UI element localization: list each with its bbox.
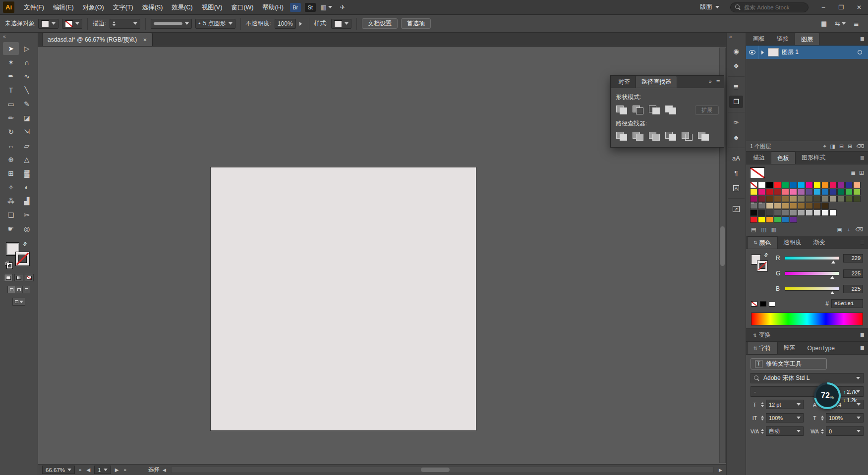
new-color-group-icon[interactable]: ▣	[837, 226, 842, 233]
new-swatch-icon[interactable]: +	[847, 227, 850, 233]
document-tab[interactable]: asdasd.ai* @ 66.67% (RGB/预览) ✕	[42, 33, 153, 46]
panel-menu-icon[interactable]: ≣	[860, 36, 865, 42]
g-slider-track[interactable]	[785, 271, 839, 275]
tab-stroke[interactable]: 描边	[747, 152, 771, 164]
hex-value-field[interactable]: e5e1e1	[831, 299, 863, 308]
divide-icon[interactable]	[616, 131, 628, 141]
color-swatch[interactable]	[790, 216, 797, 223]
swatch-libraries-icon[interactable]: ▤	[751, 226, 756, 233]
color-swatch[interactable]	[798, 182, 805, 188]
clipping-mask-icon[interactable]: ◨	[830, 143, 835, 150]
color-swatch[interactable]	[774, 216, 781, 223]
color-swatch[interactable]	[782, 210, 789, 216]
red-value-field[interactable]: 229	[843, 254, 863, 263]
crop-icon[interactable]	[665, 131, 677, 141]
swatch-kinds-icon[interactable]: ▥	[771, 226, 776, 233]
color-swatch[interactable]	[806, 203, 813, 209]
tab-links[interactable]: 链接	[771, 33, 795, 45]
workspace-grid-icon[interactable]: ▦	[321, 3, 332, 11]
color-swatch[interactable]	[766, 189, 773, 195]
color-swatch[interactable]	[774, 182, 781, 188]
color-swatch[interactable]	[766, 216, 773, 223]
unite-icon[interactable]	[616, 105, 628, 115]
trim-icon[interactable]	[632, 131, 644, 141]
color-swatch[interactable]	[798, 203, 805, 209]
selection-tool[interactable]: ➤	[3, 42, 19, 55]
slice-tool[interactable]: ✂	[19, 209, 35, 221]
export-panel-icon[interactable]: ↗	[729, 203, 743, 215]
color-swatch[interactable]	[806, 196, 813, 202]
stepper-arrows[interactable]	[113, 20, 116, 28]
stock-search[interactable]	[730, 2, 809, 12]
tracking-field[interactable]: 0	[826, 426, 864, 436]
stroke-color-dropdown[interactable]	[62, 19, 82, 29]
scale-tool[interactable]: ⇲	[19, 125, 35, 138]
intersect-icon[interactable]	[648, 105, 660, 115]
font-size-stepper[interactable]	[761, 401, 764, 409]
blend-tool[interactable]: ◐	[19, 181, 35, 194]
white-mini-swatch[interactable]	[769, 301, 775, 307]
type-tool[interactable]: T	[3, 84, 19, 97]
color-swatch[interactable]	[782, 189, 789, 195]
outline-icon[interactable]	[681, 131, 693, 141]
rectangle-tool[interactable]: ▭	[3, 98, 19, 110]
tab-character[interactable]: ⇅字符	[747, 342, 778, 354]
blue-slider-knob[interactable]	[830, 291, 834, 294]
magic-wand-tool[interactable]: ✶	[3, 56, 19, 69]
rotate-tool[interactable]: ↻	[3, 125, 19, 138]
color-swatch[interactable]	[790, 203, 797, 209]
brushes-panel-icon[interactable]: ✑	[729, 116, 743, 129]
green-value-field[interactable]: 225	[843, 269, 863, 278]
tab-opentype[interactable]: OpenType	[802, 342, 841, 354]
black-mini-swatch[interactable]	[760, 301, 766, 307]
artboard-tool[interactable]: ❏	[3, 209, 19, 221]
bridge-icon[interactable]: Br	[290, 3, 301, 12]
artboard-number-dropdown[interactable]: 1	[94, 466, 111, 474]
minus-back-icon[interactable]	[697, 131, 709, 141]
delete-layer-icon[interactable]: ⌫	[856, 143, 864, 150]
opacity-field[interactable]: 100%	[275, 19, 296, 29]
expand-layer-icon[interactable]	[759, 51, 768, 54]
color-swatch[interactable]	[829, 196, 837, 202]
color-swatch[interactable]	[750, 216, 757, 223]
tab-swatches[interactable]: 色板	[771, 152, 796, 164]
color-swatch[interactable]	[782, 182, 789, 188]
r-slider-track[interactable]	[785, 256, 839, 260]
menu-item[interactable]: 视图(V)	[197, 0, 227, 15]
tracking-stepper[interactable]	[821, 427, 824, 435]
color-swatch[interactable]	[845, 182, 853, 188]
draw-inside-button[interactable]	[23, 286, 30, 293]
gradient-tool[interactable]: ▓	[19, 167, 35, 180]
document-setup-button[interactable]: 文档设置	[362, 18, 398, 29]
tab-transparency[interactable]: 透明度	[778, 236, 808, 249]
previous-artboard-button[interactable]: ◀	[86, 467, 92, 473]
font-family-dropdown[interactable]: Adobe 宋体 Std L	[751, 373, 864, 383]
color-swatch[interactable]	[806, 210, 813, 216]
vertical-scale-stepper[interactable]	[761, 414, 764, 422]
color-swatch[interactable]	[845, 189, 853, 195]
search-input[interactable]	[744, 4, 799, 10]
color-swatch[interactable]	[829, 189, 837, 195]
tab-paragraph[interactable]: 段落	[778, 342, 802, 354]
none-swatch[interactable]	[750, 182, 757, 188]
collapse-panel-icon[interactable]: »	[709, 79, 712, 84]
layer-target-icon[interactable]	[858, 50, 862, 54]
zoom-level-dropdown[interactable]: 66.67%	[42, 466, 75, 474]
eyedropper-tool[interactable]: ✧	[3, 181, 19, 194]
color-swatch[interactable]	[821, 203, 829, 209]
zoom-tool[interactable]: ◎	[19, 222, 35, 235]
color-swatch[interactable]	[853, 182, 861, 188]
color-swatch[interactable]	[782, 196, 789, 202]
touch-type-tool-button[interactable]: T 修饰文字工具	[751, 358, 827, 369]
direct-selection-tool[interactable]: ▷	[19, 42, 35, 55]
tab-align[interactable]: 对齐	[613, 76, 636, 88]
color-swatch[interactable]	[750, 196, 757, 202]
vertical-scrollbar-thumb[interactable]	[720, 226, 725, 266]
stroke-panel-icon[interactable]: ≣	[729, 81, 743, 93]
lasso-tool[interactable]: ∩	[19, 56, 35, 69]
color-swatch[interactable]	[829, 210, 837, 216]
grid-view-icon[interactable]: ⊞	[859, 169, 864, 176]
panel-menu-icon[interactable]: ≣	[860, 332, 865, 338]
paragraph-styles-icon[interactable]: ¶	[729, 167, 743, 179]
color-swatch[interactable]	[845, 196, 853, 202]
